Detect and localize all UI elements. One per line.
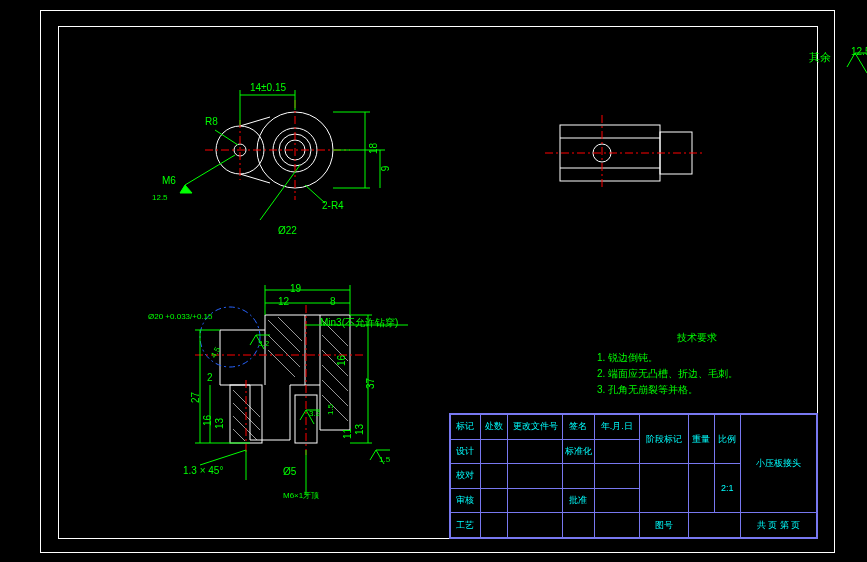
dim-16r: 16 [336,355,347,366]
tb-r4c1: 审核 [451,488,481,513]
dim-dia22: Ø22 [278,225,297,236]
title-block: 标记 处数 更改文件号 签名 年.月.日 阶段标记 重量 比例 小压板接头 设计… [449,413,818,539]
surface-label: 其余 [809,51,831,63]
dim-r8: R8 [205,116,218,127]
dim-15: 1.5 [326,404,335,415]
dim-2r4: 2-R4 [322,200,344,211]
svg-line-34 [268,335,300,367]
tb-r1c1: 标记 [451,415,481,440]
tb-r2c1: 设计 [451,439,481,464]
svg-line-33 [268,320,300,352]
dim-dia20: Ø20 +0.033/+0.15 [148,313,213,321]
note-3: 3. 孔角无崩裂等并格。 [597,382,797,398]
svg-line-45 [233,416,257,440]
tb-r1c2: 处数 [480,415,508,440]
tb-stage: 阶段标记 [639,415,688,464]
svg-line-17 [215,130,238,145]
tb-r3c1: 校对 [451,464,481,489]
dim-11: 11 [342,428,353,439]
notes-title: 技术要求 [597,330,797,346]
svg-line-40 [322,365,348,391]
tb-scale-h: 比例 [714,415,740,464]
dim-9: 9 [380,166,391,172]
svg-line-41 [322,380,348,406]
dim-27: 27 [190,392,201,403]
surf-32b: 3.2 [309,409,320,418]
note-1: 1. 锐边倒钝。 [597,350,797,366]
tb-weight: 重量 [688,415,714,464]
dim-16: 16 [202,415,213,426]
surf-15: 1.5 [379,455,390,464]
tb-r4c4: 批准 [562,488,594,513]
tb-r1c5: 年.月.日 [594,415,639,440]
dim-chamfer: 1.3 × 45° [183,465,223,476]
tb-scale-val: 2:1 [714,464,740,513]
tb-r1c4: 签名 [562,415,594,440]
svg-line-20 [260,165,300,220]
dim-2: 2 [207,372,213,383]
dim-19: 19 [290,283,301,294]
tb-sheets: 共 页 第 页 [740,513,816,538]
tb-r2c4: 标准化 [562,439,594,464]
dim-min3: Min3(不允许钻穿) [320,316,398,330]
dim-dia5: Ø5 [283,466,296,477]
dim-13r: 13 [354,424,365,435]
technical-notes: 技术要求 1. 锐边倒钝。 2. 端面应无凸槽、折边、毛刺。 3. 孔角无崩裂等… [597,330,797,398]
note-2: 2. 端面应无凸槽、折边、毛刺。 [597,366,797,382]
tb-r5c1: 工艺 [451,513,481,538]
tb-r1c3: 更改文件号 [508,415,563,440]
dim-8: 8 [330,296,336,307]
dim-m6: M6 [162,175,176,186]
dim-12: 12 [278,296,289,307]
surf-125-left: 12.5 [152,193,168,202]
cad-canvas: 12.5 其余 [0,0,867,562]
svg-line-66 [200,450,246,465]
svg-line-46 [233,429,245,441]
tb-drawno-h: 图号 [639,513,688,538]
side-view [540,110,720,200]
svg-line-35 [268,350,295,377]
tb-drawing-title: 小压板接头 [740,415,816,513]
svg-line-36 [278,317,302,341]
dim-18: 18 [368,143,379,154]
dim-14: 14±0.15 [250,82,286,93]
dim-m6-bottom: M6×1牙顶 [283,490,319,501]
dim-37: 37 [365,378,376,389]
dim-13l: 13 [214,418,225,429]
surf-32a: 3.2 [258,339,269,348]
